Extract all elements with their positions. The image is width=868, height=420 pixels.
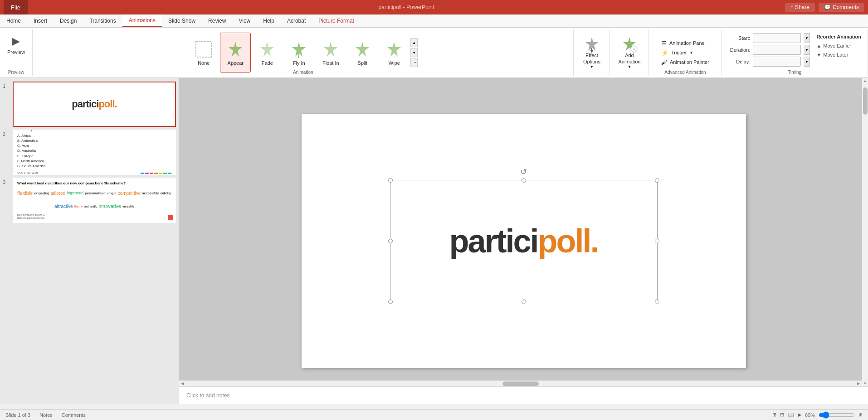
animation-painter-button[interactable]: 🖌 Animation Painter (658, 58, 712, 67)
handle-mid-left[interactable] (388, 239, 393, 243)
canvas-scroll-right[interactable]: ▶ (855, 381, 862, 386)
handle-bottom-right[interactable] (655, 299, 659, 304)
share-button[interactable]: ↑ Share (785, 3, 815, 12)
slide-image-2[interactable]: Select your favourite continent A. Afric… (13, 130, 176, 175)
add-animation-button[interactable]: + AddAnimation ▼ (614, 34, 645, 70)
ribbon-tabs: Home Insert Design Transitions Animation… (0, 14, 868, 28)
tab-review[interactable]: Review (202, 14, 232, 27)
tab-home[interactable]: Home (0, 14, 27, 27)
anim-scroll-up[interactable]: ▲ (410, 38, 418, 47)
svg-marker-5 (324, 42, 337, 57)
start-dropdown[interactable]: ▼ (804, 33, 810, 43)
preview-label: Preview (7, 49, 25, 55)
handle-top-center[interactable] (522, 178, 526, 183)
duration-input[interactable] (753, 45, 801, 55)
comments-button[interactable]: 💬 Comments (819, 3, 864, 12)
anim-floatin-button[interactable]: Float In (315, 33, 346, 72)
move-later-button[interactable]: ▼ Move Later (814, 51, 864, 58)
status-bar: Slide 1 of 3 Notes Comments ⊞ ⊟ 📖 ▶ 60% … (0, 409, 868, 420)
slide2-item: G. South America (17, 164, 171, 169)
tab-picture-format[interactable]: Picture Format (312, 14, 361, 27)
notes-placeholder: Click to add notes (186, 392, 229, 399)
timing-inputs: Start: ▼ Duration: ▼ Delay: ▼ (725, 33, 810, 67)
anim-none-button[interactable]: None (188, 33, 219, 72)
slide-thumb-1[interactable]: 1 participoll. (3, 82, 176, 127)
slide-num-3: 3 (3, 178, 10, 185)
duration-dropdown[interactable]: ▼ (804, 45, 810, 55)
slide3-wordcloud: flexible engaging tailored improved pers… (17, 187, 171, 212)
rotate-handle[interactable]: ↺ (520, 167, 527, 177)
anim-appear-label: Appear (228, 60, 244, 66)
canvas-scrollbar-v[interactable]: ▲ ▼ (862, 78, 868, 386)
slide3-badge (168, 215, 173, 220)
handle-mid-right[interactable] (655, 239, 659, 243)
anim-wipe-icon (385, 40, 404, 59)
tab-animations[interactable]: Animations (122, 14, 162, 27)
delay-dropdown[interactable]: ▼ (804, 57, 810, 67)
slide-canvas[interactable]: ↺ participoll. (302, 114, 746, 368)
move-earlier-button[interactable]: ▲ Move Earlier (814, 42, 864, 49)
reading-view-button[interactable]: 📖 (788, 412, 794, 418)
canvas-scroll-up[interactable]: ▲ (862, 78, 868, 84)
tab-slideshow[interactable]: Slide Show (162, 14, 202, 27)
tab-insert[interactable]: Insert (27, 14, 54, 27)
anim-scroll-down[interactable]: ▼ (410, 48, 418, 57)
duration-label: Duration: (725, 47, 750, 53)
slide3-title: What word best describes our new company… (17, 181, 171, 185)
anim-scroll-more[interactable]: ⋯ (410, 58, 418, 67)
slide-thumb-3[interactable]: 3 What word best describes our new compa… (3, 178, 176, 223)
zoom-slider[interactable] (819, 411, 855, 419)
effect-options-button[interactable]: EffectOptions ▼ (580, 34, 604, 70)
canvas-scroll-down[interactable]: ▼ (862, 381, 868, 386)
slide-sorter-button[interactable]: ⊟ (780, 412, 784, 418)
handle-top-right[interactable] (655, 178, 659, 183)
handle-bottom-center[interactable] (522, 299, 526, 304)
effect-options-group: EffectOptions ▼ (574, 29, 610, 76)
preview-icon: ▶ (8, 33, 24, 49)
canvas-scroll-thumb-h[interactable] (502, 381, 539, 386)
canvas-logo: participoll. (449, 222, 598, 260)
preview-button[interactable]: ▶ Preview (4, 31, 29, 57)
handle-bottom-left[interactable] (388, 299, 393, 304)
slide2-item: C. Asia (17, 143, 171, 148)
anim-flyin-button[interactable]: Fly In (283, 33, 314, 72)
selected-object[interactable]: ↺ participoll. (390, 180, 658, 302)
handle-top-left[interactable] (388, 178, 393, 183)
anim-appear-button[interactable]: Appear (220, 33, 251, 72)
trigger-button[interactable]: ⚡ Trigger ▼ (658, 48, 696, 57)
svg-marker-7 (387, 42, 401, 57)
slide-num-1: 1 (3, 82, 10, 89)
notes-bar[interactable]: Click to add notes (179, 386, 868, 404)
ribbon: Home Insert Design Transitions Animation… (0, 14, 868, 78)
tab-transitions[interactable]: Transitions (83, 14, 122, 27)
slide-image-3[interactable]: What word best describes our new company… (13, 178, 176, 223)
tab-acrobat[interactable]: Acrobat (281, 14, 312, 27)
tab-design[interactable]: Design (54, 14, 83, 27)
animation-group-label: Animation (293, 70, 313, 75)
canvas-area: ↺ participoll. Click to add notes (179, 78, 868, 404)
canvas-scroll-thumb-v[interactable] (863, 87, 868, 115)
canvas-scroll-left[interactable]: ◀ (179, 381, 185, 386)
duration-row: Duration: ▼ (725, 45, 810, 55)
file-tab[interactable]: File (4, 0, 28, 14)
canvas-scrollbar-h[interactable]: ◀ ▶ (179, 380, 862, 386)
tab-help[interactable]: Help (257, 14, 281, 27)
slide-thumb-2[interactable]: 2 Select your favourite continent A. Afr… (3, 130, 176, 175)
delay-input[interactable] (753, 57, 801, 67)
fit-slide-button[interactable]: ⊕ (858, 412, 863, 418)
slide-image-1[interactable]: participoll. (13, 82, 176, 127)
comments-status: Comments (62, 412, 86, 418)
anim-wipe-button[interactable]: Wipe (379, 33, 410, 72)
anim-flyin-label: Fly In (293, 60, 305, 66)
start-input[interactable] (753, 33, 801, 43)
zoom-level: 60% (805, 412, 815, 418)
slide-count: Slide 1 of 3 (5, 412, 30, 418)
move-earlier-icon: ▲ (816, 43, 821, 48)
slideshow-button[interactable]: ▶ (798, 412, 801, 418)
anim-none-label: None (198, 60, 210, 66)
anim-fade-button[interactable]: Fade (252, 33, 283, 72)
normal-view-button[interactable]: ⊞ (772, 412, 776, 418)
anim-split-button[interactable]: Split (347, 33, 378, 72)
animation-pane-button[interactable]: ☰ Animation Pane (658, 39, 707, 48)
tab-view[interactable]: View (232, 14, 257, 27)
